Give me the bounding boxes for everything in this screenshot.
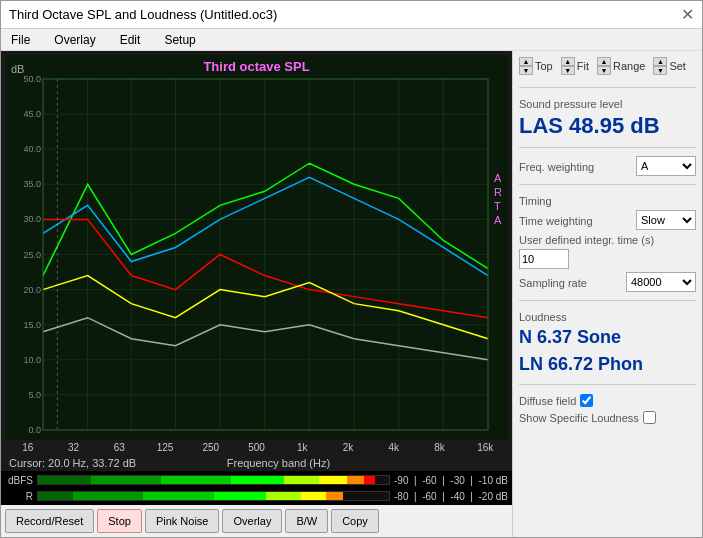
cursor-info: Cursor: 20.0 Hz, 33.72 dB Frequency band… <box>1 455 512 471</box>
level-bar-top-row: dBFS -90 | -60 | -30 | -10 dB <box>5 473 508 487</box>
x-label-4k: 4k <box>371 442 417 453</box>
set-arrows: ▲ ▼ <box>653 57 667 75</box>
x-axis-labels: 16 32 63 125 250 500 1k 2k 4k 8k 16k <box>1 440 512 455</box>
x-label-63: 63 <box>96 442 142 453</box>
x-label-500: 500 <box>234 442 280 453</box>
range-group: ▲ ▼ Range <box>597 57 645 75</box>
freq-weighting-select[interactable]: A B C Z <box>636 156 696 176</box>
chart-area: Third octave SPL dB ARTA 16 32 63 125 25… <box>1 51 512 537</box>
divider-1 <box>519 87 696 88</box>
set-label: Set <box>669 60 686 72</box>
fit-arrows: ▲ ▼ <box>561 57 575 75</box>
x-label-16k: 16k <box>462 442 508 453</box>
sampling-rate-select[interactable]: 48000 44100 96000 <box>626 272 696 292</box>
chart-canvas <box>5 55 508 440</box>
diffuse-field-label: Diffuse field <box>519 395 576 407</box>
chart-container: Third octave SPL dB ARTA <box>5 55 508 440</box>
arta-label: ARTA <box>494 171 502 228</box>
level-bar-bottom-track <box>37 491 390 501</box>
menu-bar: File Overlay Edit Setup <box>1 29 702 51</box>
loudness-sone: N 6.37 Sone <box>519 326 696 349</box>
sampling-rate-label: Sampling rate <box>519 277 587 289</box>
x-label-16: 16 <box>5 442 51 453</box>
window-title: Third Octave SPL and Loudness (Untitled.… <box>9 7 277 22</box>
timing-label: Timing <box>519 195 696 207</box>
record-reset-button[interactable]: Record/Reset <box>5 509 94 533</box>
diffuse-field-row: Diffuse field <box>519 393 696 407</box>
range-arrows: ▲ ▼ <box>597 57 611 75</box>
user-defined-input[interactable] <box>519 249 569 269</box>
level-top-markers: -90 | -60 | -30 | -10 dB <box>394 475 508 486</box>
divider-4 <box>519 300 696 301</box>
bottom-buttons: Record/Reset Stop Pink Noise Overlay B/W… <box>1 505 512 537</box>
level-bottom-markers: -80 | -60 | -40 | -20 dB <box>394 491 508 502</box>
title-bar: Third Octave SPL and Loudness (Untitled.… <box>1 1 702 29</box>
level-bar-bottom-label: R <box>5 491 33 502</box>
loudness-phon: LN 66.72 Phon <box>519 353 696 376</box>
x-label-250: 250 <box>188 442 234 453</box>
stop-button[interactable]: Stop <box>97 509 142 533</box>
menu-file[interactable]: File <box>5 31 36 49</box>
chart-title: Third octave SPL <box>203 59 309 74</box>
time-weighting-row: Time weighting Slow Fast Impulse <box>519 210 696 230</box>
range-up-button[interactable]: ▲ <box>597 57 611 66</box>
menu-edit[interactable]: Edit <box>114 31 147 49</box>
fit-up-button[interactable]: ▲ <box>561 57 575 66</box>
fit-label: Fit <box>577 60 589 72</box>
freq-weighting-row: Freq. weighting A B C Z <box>519 156 696 176</box>
copy-button[interactable]: Copy <box>331 509 379 533</box>
bw-button[interactable]: B/W <box>285 509 328 533</box>
right-panel: ▲ ▼ Top ▲ ▼ Fit ▲ ▼ <box>512 51 702 537</box>
top-label: Top <box>535 60 553 72</box>
level-bar-top-label: dBFS <box>5 475 33 486</box>
level-bar-bottom-row: R -80 | -60 | -40 | -20 dB <box>5 489 508 503</box>
sampling-rate-row: Sampling rate 48000 44100 96000 <box>519 272 696 292</box>
range-label: Range <box>613 60 645 72</box>
show-specific-label: Show Specific Loudness <box>519 412 639 424</box>
loudness-section: Loudness N 6.37 Sone LN 66.72 Phon <box>519 309 696 376</box>
main-window: Third Octave SPL and Loudness (Untitled.… <box>0 0 703 538</box>
spl-section: Sound pressure level LAS 48.95 dB <box>519 96 696 139</box>
x-label-125: 125 <box>142 442 188 453</box>
fit-group: ▲ ▼ Fit <box>561 57 589 75</box>
spl-value: LAS 48.95 dB <box>519 113 696 139</box>
top-controls-row: ▲ ▼ Top ▲ ▼ Fit ▲ ▼ <box>519 57 696 75</box>
range-down-button[interactable]: ▼ <box>597 66 611 75</box>
set-group: ▲ ▼ Set <box>653 57 686 75</box>
overlay-button[interactable]: Overlay <box>222 509 282 533</box>
fit-down-button[interactable]: ▼ <box>561 66 575 75</box>
top-down-button[interactable]: ▼ <box>519 66 533 75</box>
user-defined-section: User defined integr. time (s) <box>519 233 696 269</box>
freq-weighting-label: Freq. weighting <box>519 161 594 173</box>
y-axis-label: dB <box>11 63 24 75</box>
x-label-8k: 8k <box>417 442 463 453</box>
user-defined-label: User defined integr. time (s) <box>519 234 654 246</box>
diffuse-field-checkbox[interactable] <box>580 394 593 407</box>
spl-section-label: Sound pressure level <box>519 98 696 110</box>
top-spinbox-group: ▲ ▼ Top <box>519 57 553 75</box>
main-area: Third octave SPL dB ARTA 16 32 63 125 25… <box>1 51 702 537</box>
x-label-1k: 1k <box>279 442 325 453</box>
set-up-button[interactable]: ▲ <box>653 57 667 66</box>
time-weighting-select[interactable]: Slow Fast Impulse <box>636 210 696 230</box>
divider-5 <box>519 384 696 385</box>
level-bars: dBFS -90 | -60 | -30 | -10 dB <box>1 471 512 505</box>
pink-noise-button[interactable]: Pink Noise <box>145 509 220 533</box>
checkbox-section: Diffuse field Show Specific Loudness <box>519 393 696 424</box>
show-specific-row: Show Specific Loudness <box>519 410 696 424</box>
x-label-2k: 2k <box>325 442 371 453</box>
close-button[interactable]: ✕ <box>681 5 694 24</box>
time-weighting-label: Time weighting <box>519 215 593 227</box>
divider-3 <box>519 184 696 185</box>
loudness-label: Loudness <box>519 311 696 323</box>
menu-overlay[interactable]: Overlay <box>48 31 101 49</box>
show-specific-checkbox[interactable] <box>643 411 656 424</box>
level-bar-top-track <box>37 475 390 485</box>
menu-setup[interactable]: Setup <box>158 31 201 49</box>
set-down-button[interactable]: ▼ <box>653 66 667 75</box>
x-label-32: 32 <box>51 442 97 453</box>
divider-2 <box>519 147 696 148</box>
top-up-button[interactable]: ▲ <box>519 57 533 66</box>
top-arrows: ▲ ▼ <box>519 57 533 75</box>
timing-section: Timing Time weighting Slow Fast Impulse … <box>519 193 696 292</box>
